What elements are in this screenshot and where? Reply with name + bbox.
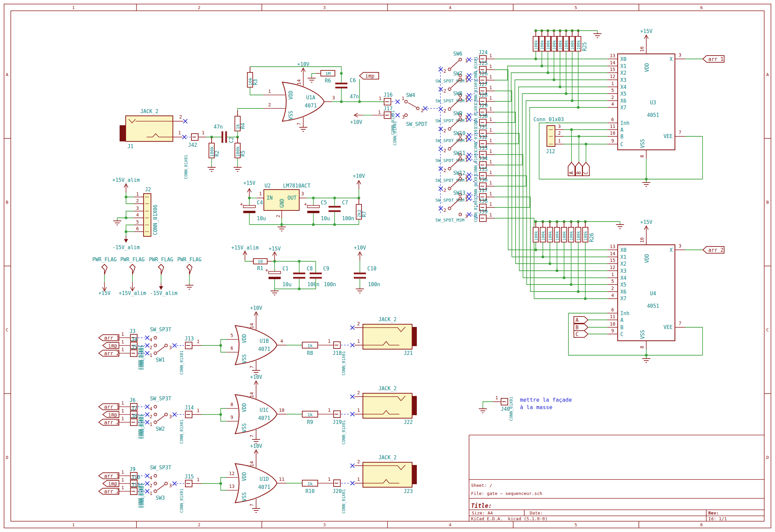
svg-text:1: 1 [328,338,331,344]
svg-text:3: 3 [169,345,172,350]
regulator-u2[interactable]: +15V 1 U2LM7810ACT INOUT GND 3 2 + C410u… [240,173,367,231]
svg-text:arr_1: arr_1 [104,473,119,479]
svg-text:imp: imp [108,343,117,349]
svg-text:A: A [6,72,8,77]
svg-text:3: 3 [465,213,468,219]
svg-text:C1: C1 [282,266,288,272]
svg-text:1: 1 [465,118,468,123]
svg-text:-15V_alim: -15V_alim [112,244,140,251]
svg-text:B: B [620,325,623,331]
svg-text:10: 10 [610,321,615,327]
svg-text:4: 4 [611,293,614,298]
svg-text:CONN_01X01: CONN_01X01 [179,351,184,375]
channel-d[interactable]: arr_1 imp arr_2 1 1 1 J9J10J11 CONN_01X0… [99,443,417,513]
svg-text:100k: 100k [583,231,588,241]
pwr-flags[interactable]: PWR_FLAGPWR_FLAGPWR_FLAGPWR_FLAG +15V +1… [92,257,202,296]
connector-j12[interactable]: Conn_01x03 321 J12 A B C [533,117,608,176]
svg-text:arr_2: arr_2 [104,420,119,426]
input-jack-j1[interactable]: JACK_2 J1 2 1 [120,108,191,149]
svg-text:6: 6 [230,345,233,351]
input-rc-network[interactable]: 47n C2 100k R2 100k R5 1k R4 10k R3 [206,67,341,171]
svg-text:X0: X0 [620,56,626,62]
svg-text:2: 2 [443,188,446,193]
svg-text:1: 1 [489,64,492,69]
svg-text:X1: X1 [620,254,626,260]
svg-text:1: 1 [489,159,492,164]
svg-text:2: 2 [443,88,446,94]
svg-text:6: 6 [700,522,703,527]
svg-text:+15V: +15V [269,246,281,252]
connector-j40-note[interactable]: 1 J40 CONN_01X01 mettre la façade à la m… [479,395,572,421]
svg-text:X7: X7 [620,105,626,111]
svg-text:1: 1 [150,491,152,496]
svg-text:6: 6 [611,117,614,122]
svg-text:J20: J20 [333,488,342,494]
svg-text:J8: J8 [131,413,137,419]
connector-column[interactable]: J24J25J26J27J28J29J30J31J32J33J34J35J36J… [473,49,495,222]
grid-labels: 123456 123456 ABCD ABCD [6,5,769,527]
svg-text:+15V: +15V [243,180,255,186]
svg-text:C: C [620,141,623,147]
svg-text:2: 2 [443,68,446,74]
svg-text:11: 11 [610,314,615,319]
channel-c[interactable]: arr_1 imp arr_2 1 1 1 J6J7J8 CONN_01X01C… [99,374,417,444]
svg-text:J5: J5 [131,344,137,350]
svg-text:1: 1 [178,130,181,135]
svg-text:J18: J18 [333,350,342,356]
svg-text:+10V: +10V [250,305,262,311]
svg-text:VEE: VEE [663,133,673,139]
svg-text:1: 1 [72,522,75,527]
svg-text:5: 5 [136,219,139,225]
svg-text:PWR_FLAG: PWR_FLAG [92,257,117,263]
svg-text:14: 14 [249,323,254,329]
svg-text:C: C [766,327,769,332]
svg-text:B: B [576,325,579,331]
svg-text:1: 1 [379,96,381,101]
channel-b[interactable]: arr_1 imp arr_2 1 1 1 J3J4J5 CONN_01X01C… [99,305,417,375]
svg-text:1: 1 [465,177,468,182]
svg-text:2: 2 [357,390,360,395]
svg-text:1: 1 [121,408,124,413]
bypass-caps[interactable]: +15V_alim 10R1 +15V + C110u C8100n C9100… [231,245,380,295]
svg-text:1: 1 [121,347,124,352]
svg-text:8: 8 [639,346,645,348]
svg-text:13: 13 [229,484,235,489]
switch-bank[interactable]: 123SW6SW_SPDT_MSM 123SW7SW_SPDT_MSM 123S… [435,51,478,223]
svg-text:R2: R2 [214,151,220,157]
svg-text:10: 10 [610,130,615,136]
svg-text:A: A [620,317,623,323]
svg-text:15: 15 [610,258,615,263]
svg-text:1: 1 [465,137,468,143]
resistor-bank-r25[interactable]: 100k100k100k100k100k100k100k100k R25 [533,29,601,107]
svg-text:X0: X0 [620,247,626,253]
svg-text:CONN_01X01: CONN_01X01 [473,198,478,222]
svg-text:C6: C6 [350,77,356,84]
svg-text:1: 1 [357,407,360,413]
svg-text:1: 1 [136,191,139,197]
svg-text:1: 1 [489,138,492,143]
svg-text:14: 14 [249,461,254,467]
svg-text:10u: 10u [321,215,330,222]
svg-text:J2: J2 [145,187,151,193]
svg-text:SW1: SW1 [156,357,165,363]
svg-text:SW_SPDT_MSM: SW_SPDT_MSM [435,218,464,223]
svg-text:1: 1 [121,331,124,337]
svg-text:X: X [670,56,673,62]
svg-text:100n: 100n [368,281,380,288]
connector-j16-j17-sw4[interactable]: J16 1 CONN_01X01 CONN_01X01 1 SW4 2 3 J1… [350,92,440,145]
svg-text:J6: J6 [129,397,135,403]
svg-text:1: 1 [328,407,331,413]
connector-j42[interactable]: 1 J42 CONN_01X01 [184,130,206,179]
svg-text:1: 1 [268,89,271,94]
svg-text:100n: 100n [307,281,319,288]
svg-text:CONN_01X01: CONN_01X01 [140,345,145,370]
svg-text:100k: 100k [235,146,240,157]
svg-text:X3: X3 [620,268,626,274]
svg-text:1: 1 [489,180,492,186]
svg-text:CONN_01X01: CONN_01X01 [393,121,397,145]
svg-text:J16: J16 [383,92,393,98]
svg-text:CONN_01X01: CONN_01X01 [140,484,145,508]
power-connector-j2[interactable]: 123456 J2 CONN_01X06 +15V_alim -15V_alim [112,177,158,251]
svg-text:10k: 10k [248,77,253,86]
svg-text:B: B [620,134,623,140]
